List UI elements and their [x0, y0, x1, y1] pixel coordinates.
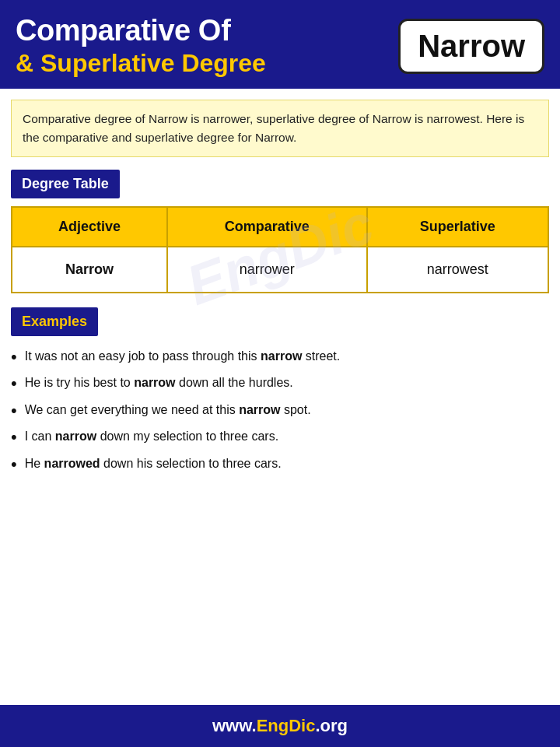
table-header-adjective: Adjective — [12, 207, 167, 247]
table-row: Narrow narrower narrowest — [12, 247, 548, 293]
table-cell-comparative: narrower — [167, 247, 367, 293]
header-left: Comparative Of & Superlative Degree — [16, 14, 266, 78]
list-item: It was not an easy job to pass through t… — [11, 347, 549, 367]
footer-text: www.EngDic.org — [212, 716, 348, 735]
table-header-comparative: Comparative — [167, 207, 367, 247]
header-comparative-label: Comparative — [16, 14, 191, 47]
list-item: He is try his best to narrow down all th… — [11, 374, 549, 394]
examples-title-text: Examples — [22, 314, 87, 329]
list-item: He narrowed down his selection to three … — [11, 454, 549, 475]
table-cell-superlative: narrowest — [367, 247, 548, 293]
header-superlative-label: & Superlative Degree — [16, 49, 266, 78]
list-item: We can get everything we need at this na… — [11, 401, 549, 421]
table-header-superlative: Superlative — [367, 207, 548, 247]
watermark-wrapper: EngDic It was not an easy job to pass th… — [11, 347, 549, 475]
header: Comparative Of & Superlative Degree Narr… — [0, 0, 560, 89]
header-of-label: Of — [198, 14, 231, 47]
header-word-box: Narrow — [398, 19, 544, 74]
table-cell-adjective: Narrow — [12, 247, 167, 293]
footer-highlight: EngDic — [257, 716, 316, 735]
degree-title-text: Degree Table — [22, 176, 109, 191]
footer-org: .org — [315, 716, 348, 735]
degree-title-bar: Degree Table — [11, 170, 120, 198]
header-line1: Comparative Of — [16, 14, 266, 47]
examples-list: It was not an easy job to pass through t… — [11, 347, 549, 475]
table-header-row: Adjective Comparative Superlative — [12, 207, 548, 247]
examples-title-bar: Examples — [11, 307, 98, 336]
header-word: Narrow — [418, 29, 525, 64]
list-item: I can narrow down my selection to three … — [11, 427, 549, 447]
footer: www.EngDic.org — [0, 705, 560, 747]
degree-section: Degree Table Adjective Comparative Super… — [11, 170, 549, 293]
intro-paragraph: Comparative degree of Narrow is narrower… — [11, 100, 549, 157]
degree-table: Adjective Comparative Superlative Narrow… — [11, 206, 549, 293]
examples-section: Examples EngDic It was not an easy job t… — [11, 307, 549, 481]
footer-www: www. — [212, 716, 257, 735]
